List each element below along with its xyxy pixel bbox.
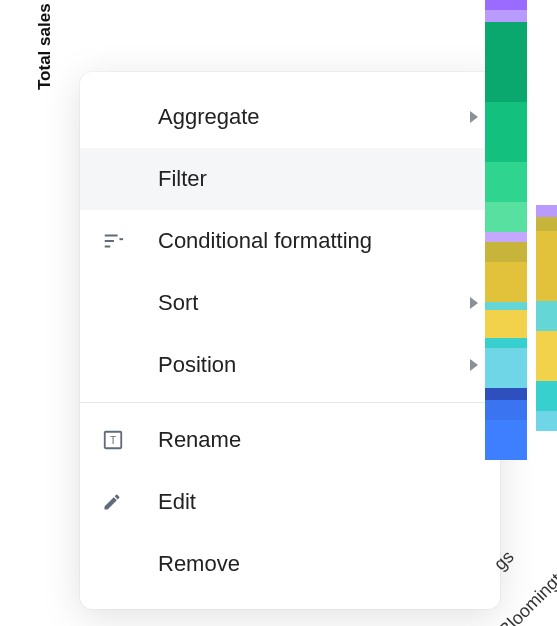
menu-label-position: Position	[158, 352, 470, 378]
chart-segment	[485, 22, 527, 92]
chart-segment	[485, 92, 527, 102]
x-axis-category-2: Bloomingt	[495, 569, 557, 626]
chart-segment	[485, 102, 527, 162]
menu-item-sort[interactable]: Sort	[80, 272, 500, 334]
y-axis-label[interactable]: Total sales	[35, 0, 55, 90]
chart-segment	[485, 420, 527, 460]
chart-segment	[485, 302, 527, 310]
chart-segment	[536, 381, 557, 411]
menu-label-aggregate: Aggregate	[158, 104, 470, 130]
menu-label-filter: Filter	[158, 166, 478, 192]
chart-segment	[536, 217, 557, 231]
menu-item-position[interactable]: Position	[80, 334, 500, 396]
chart-segment	[485, 0, 527, 10]
menu-separator	[80, 402, 500, 403]
menu-label-rename: Rename	[158, 427, 478, 453]
chart-segment	[485, 162, 527, 202]
chart-segment	[485, 400, 527, 420]
chevron-right-icon	[470, 297, 478, 309]
menu-item-aggregate[interactable]: Aggregate	[80, 86, 500, 148]
menu-item-rename[interactable]: T Rename	[80, 409, 500, 471]
chart-bar-2	[536, 205, 557, 431]
menu-label-sort: Sort	[158, 290, 470, 316]
chart-segment	[485, 388, 527, 400]
chart-segment	[485, 10, 527, 22]
menu-item-conditional-formatting[interactable]: Conditional formatting	[80, 210, 500, 272]
chart-segment	[485, 232, 527, 242]
menu-label-remove: Remove	[158, 551, 478, 577]
chart-segment	[485, 348, 527, 388]
chevron-right-icon	[470, 111, 478, 123]
chart-segment	[536, 331, 557, 381]
pencil-icon	[102, 492, 158, 512]
rename-icon: T	[102, 429, 158, 451]
conditional-formatting-icon	[102, 230, 158, 252]
menu-label-edit: Edit	[158, 489, 478, 515]
chart-segment	[485, 202, 527, 232]
chart-segment	[536, 231, 557, 301]
chart-segment	[485, 292, 527, 302]
field-context-menu: Aggregate Filter Conditional formatting …	[80, 72, 500, 609]
chart-segment	[485, 262, 527, 292]
chart-segment	[485, 310, 527, 338]
y-axis-label-text: Total sales	[35, 3, 55, 90]
menu-label-conditional-formatting: Conditional formatting	[158, 228, 478, 254]
svg-text:T: T	[110, 435, 116, 446]
menu-item-remove[interactable]: Remove	[80, 533, 500, 595]
chart-segment	[536, 301, 557, 331]
chevron-right-icon	[470, 359, 478, 371]
menu-item-edit[interactable]: Edit	[80, 471, 500, 533]
chart-segment	[485, 242, 527, 262]
menu-item-filter[interactable]: Filter	[80, 148, 500, 210]
chart-bar-1	[485, 0, 527, 460]
chart-segment	[536, 411, 557, 431]
chart-segment	[536, 205, 557, 217]
chart-segment	[485, 338, 527, 348]
